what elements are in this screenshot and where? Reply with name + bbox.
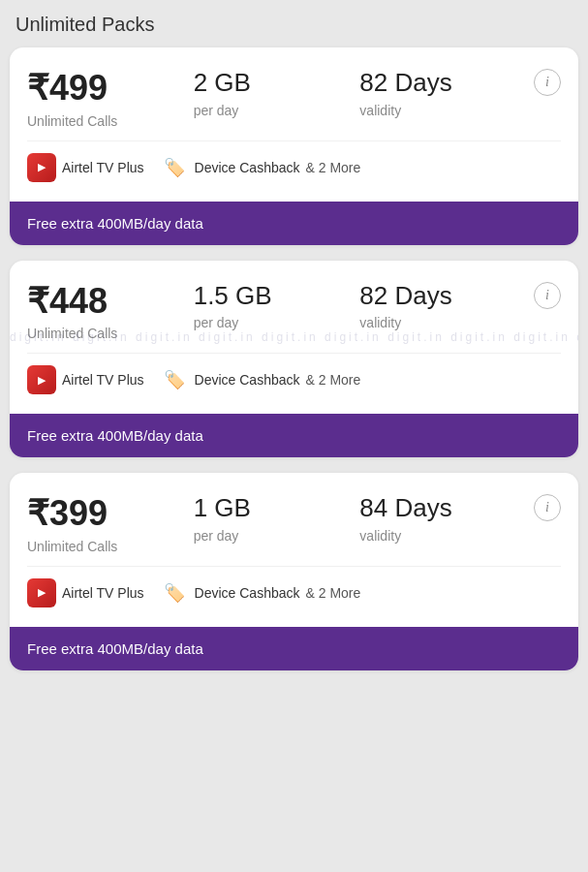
cashback-benefit-399: 🏷️ Device Cashback [160,578,300,607]
plan-divider-399 [27,566,561,567]
plan-validity-section-448: 82 Days validity [359,282,526,331]
plan-data-value-448: 1.5 GB [194,282,360,310]
plan-divider-448 [27,353,561,354]
page-header: Unlimited Packs [0,0,588,47]
plan-benefits-399: Airtel TV Plus 🏷️ Device Cashback & 2 Mo… [27,578,561,611]
airtel-tv-label-399: Airtel TV Plus [62,585,144,601]
plan-card-448[interactable]: ₹448 Unlimited Calls 1.5 GB per day 82 D… [10,261,578,458]
plan-details-499: ₹499 Unlimited Calls 2 GB per day 82 Day… [10,47,578,202]
page-title: Unlimited Packs [15,14,573,36]
plan-validity-section-499: 82 Days validity [359,69,526,118]
plan-data-section-499: 2 GB per day [194,69,360,118]
airtel-tv-icon-399 [27,578,56,607]
plan-details-399: ₹399 Unlimited Calls 1 GB per day 84 Day… [10,473,578,627]
plan-footer-399: Free extra 400MB/day data [10,627,578,670]
cashback-benefit-499: 🏷️ Device Cashback [160,153,300,182]
airtel-tv-icon-499 [27,153,56,182]
info-icon-399[interactable]: i [534,494,561,521]
airtel-tv-icon-448 [27,365,56,394]
plan-price-section-499: ₹499 Unlimited Calls [27,69,194,129]
plan-validity-label-499: validity [359,103,526,118]
plan-benefits-499: Airtel TV Plus 🏷️ Device Cashback & 2 Mo… [27,153,561,186]
plan-data-value-499: 2 GB [194,69,360,97]
plan-price-label-448: Unlimited Calls [27,326,194,341]
plan-footer-499: Free extra 400MB/day data [10,202,578,245]
page-wrapper: Unlimited Packs ₹499 Unlimited Calls 2 G… [0,0,588,670]
airtel-tv-benefit-399: Airtel TV Plus [27,578,144,607]
plan-footer-text-448: Free extra 400MB/day data [27,427,203,444]
plan-price-section-448: ₹448 Unlimited Calls [27,282,194,342]
airtel-tv-label-499: Airtel TV Plus [62,160,144,175]
plan-price-label-399: Unlimited Calls [27,539,194,554]
info-icon-448[interactable]: i [534,282,561,309]
plan-price-448: ₹448 [27,282,194,321]
plan-data-section-448: 1.5 GB per day [194,282,360,331]
plans-list: ₹499 Unlimited Calls 2 GB per day 82 Day… [0,47,588,670]
cashback-benefit-448: 🏷️ Device Cashback [160,365,300,394]
airtel-tv-benefit-448: Airtel TV Plus [27,365,144,394]
plan-data-section-399: 1 GB per day [194,494,360,544]
cashback-icon-499: 🏷️ [160,153,189,182]
plan-benefits-448: Airtel TV Plus 🏷️ Device Cashback & 2 Mo… [27,365,561,398]
plan-price-499: ₹499 [27,69,194,108]
plan-main-row-499: ₹499 Unlimited Calls 2 GB per day 82 Day… [27,69,561,129]
airtel-tv-benefit-499: Airtel TV Plus [27,153,144,182]
plan-validity-label-399: validity [359,528,526,544]
cashback-icon-448: 🏷️ [160,365,189,394]
more-label-448: & 2 More [305,372,360,388]
cashback-label-499: Device Cashback [195,160,300,175]
plan-price-label-499: Unlimited Calls [27,113,194,129]
plan-validity-value-499: 82 Days [359,69,526,97]
plan-validity-label-448: validity [359,315,526,330]
plan-validity-value-448: 82 Days [359,282,526,310]
cashback-label-448: Device Cashback [195,372,300,388]
plan-main-row-399: ₹399 Unlimited Calls 1 GB per day 84 Day… [27,494,561,554]
plan-footer-text-399: Free extra 400MB/day data [27,640,203,657]
plan-data-label-448: per day [194,315,360,330]
airtel-tv-label-448: Airtel TV Plus [62,372,144,388]
plan-data-label-499: per day [194,103,360,118]
plan-data-label-399: per day [194,528,360,544]
plan-footer-448: Free extra 400MB/day data [10,414,578,457]
plan-main-row-448: ₹448 Unlimited Calls 1.5 GB per day 82 D… [27,282,561,342]
info-icon-499[interactable]: i [534,69,561,96]
plan-footer-text-499: Free extra 400MB/day data [27,215,203,232]
plan-divider-499 [27,140,561,141]
plan-price-399: ₹399 [27,494,194,533]
plan-price-section-399: ₹399 Unlimited Calls [27,494,194,554]
more-label-399: & 2 More [305,585,360,601]
plan-data-value-399: 1 GB [194,494,360,522]
plan-validity-value-399: 84 Days [359,494,526,522]
cashback-label-399: Device Cashback [195,585,300,601]
plan-details-448: ₹448 Unlimited Calls 1.5 GB per day 82 D… [10,261,578,415]
plan-card-499[interactable]: ₹499 Unlimited Calls 2 GB per day 82 Day… [10,47,578,245]
plan-card-399[interactable]: ₹399 Unlimited Calls 1 GB per day 84 Day… [10,473,578,670]
cashback-icon-399: 🏷️ [160,578,189,607]
plan-validity-section-399: 84 Days validity [359,494,526,544]
more-label-499: & 2 More [305,160,360,175]
